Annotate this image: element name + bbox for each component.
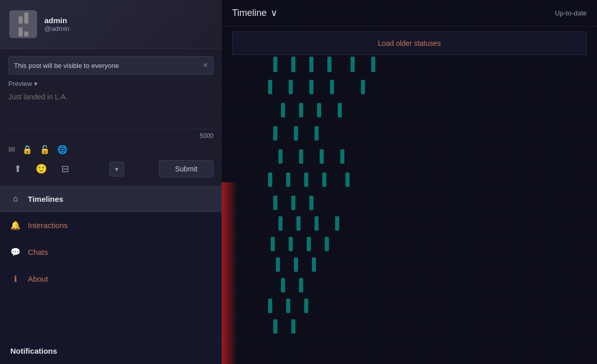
teal-block bbox=[281, 103, 285, 117]
teal-block bbox=[294, 126, 298, 141]
teal-block bbox=[286, 299, 290, 313]
lock-icon[interactable]: 🔒 bbox=[22, 145, 32, 154]
teal-block bbox=[294, 257, 298, 272]
teal-block bbox=[281, 278, 285, 292]
teal-block bbox=[320, 149, 324, 164]
avatar bbox=[9, 10, 37, 38]
interactions-icon: 🔔 bbox=[10, 220, 21, 230]
compose-input[interactable] bbox=[8, 93, 213, 124]
teal-block bbox=[286, 172, 290, 187]
visibility-text: This post will be visible to everyone bbox=[14, 62, 119, 70]
main-header: Timeline ∨ Up-to-date bbox=[222, 0, 597, 26]
teal-block bbox=[289, 80, 293, 94]
teal-block bbox=[338, 103, 342, 117]
teal-block bbox=[296, 216, 301, 231]
teal-block bbox=[325, 237, 329, 251]
timelines-icon: ⌂ bbox=[10, 194, 21, 203]
about-icon: ℹ bbox=[10, 274, 21, 284]
timeline-title-text: Timeline bbox=[232, 8, 267, 19]
visibility-selector[interactable]: This post will be visible to everyone × bbox=[8, 56, 213, 75]
nav-label-timelines: Timelines bbox=[28, 195, 63, 203]
compose-tools: ⬆ 🙂 ⊟ bbox=[8, 160, 74, 178]
chats-icon: 💬 bbox=[10, 247, 21, 257]
up-to-date-label: Up-to-date bbox=[555, 9, 587, 17]
privacy-dropdown[interactable]: ▾ bbox=[109, 162, 124, 177]
teal-block bbox=[299, 149, 303, 164]
teal-block bbox=[299, 103, 303, 117]
nav-menu: ⌂ Timelines 🔔 Interactions 💬 Chats ℹ Abo… bbox=[0, 186, 222, 338]
teal-block bbox=[271, 237, 275, 251]
teal-block bbox=[335, 216, 339, 231]
load-older-button[interactable]: Load older statuses bbox=[232, 31, 587, 55]
teal-block bbox=[314, 126, 319, 141]
nav-item-chats[interactable]: 💬 Chats bbox=[0, 239, 222, 266]
email-icon[interactable]: ✉ bbox=[8, 145, 15, 154]
teal-block bbox=[304, 299, 308, 313]
globe-icon[interactable]: 🌐 bbox=[57, 145, 68, 154]
profile-handle: @admin bbox=[44, 25, 70, 32]
unlock-icon[interactable]: 🔓 bbox=[40, 145, 50, 154]
teal-block bbox=[278, 149, 283, 164]
emoji-icon[interactable]: 🙂 bbox=[32, 160, 51, 178]
teal-block bbox=[371, 57, 375, 72]
profile-info: admin @admin bbox=[44, 16, 70, 32]
teal-block bbox=[309, 196, 313, 210]
teal-block bbox=[273, 319, 277, 334]
nav-label-about: About bbox=[28, 274, 48, 283]
teal-block bbox=[273, 57, 277, 72]
preview-label: Preview bbox=[8, 80, 32, 88]
teal-block bbox=[268, 172, 272, 187]
teal-block bbox=[299, 278, 303, 292]
preview-chevron-icon: ▾ bbox=[34, 80, 38, 88]
teal-block bbox=[278, 216, 283, 231]
nav-item-about[interactable]: ℹ About bbox=[0, 266, 222, 292]
compose-area: This post will be visible to everyone × … bbox=[0, 49, 222, 186]
teal-block bbox=[307, 237, 311, 251]
teal-block bbox=[289, 237, 293, 251]
teal-block bbox=[314, 216, 319, 231]
privacy-dropdown-arrow-icon: ▾ bbox=[115, 165, 119, 173]
nav-item-timelines[interactable]: ⌂ Timelines bbox=[0, 186, 222, 212]
timeline-chevron-icon: ∨ bbox=[271, 7, 277, 19]
teal-block bbox=[268, 299, 272, 313]
timeline-title: Timeline ∨ bbox=[232, 7, 277, 19]
left-glow bbox=[222, 182, 237, 365]
main-panel: Timeline ∨ Up-to-date Load older statuse… bbox=[222, 0, 597, 364]
teal-block bbox=[276, 257, 280, 272]
upload-icon[interactable]: ⬆ bbox=[8, 160, 27, 178]
teal-block bbox=[291, 196, 295, 210]
teal-block bbox=[309, 80, 313, 94]
notifications-bar: Notifications bbox=[0, 338, 222, 364]
teal-block bbox=[340, 149, 344, 164]
teal-block bbox=[312, 257, 316, 272]
teal-block bbox=[317, 103, 321, 117]
nav-label-interactions: Interactions bbox=[28, 221, 68, 230]
teal-block bbox=[304, 172, 308, 187]
compose-actions-row: ⬆ 🙂 ⊟ ▾ Submit bbox=[8, 160, 213, 178]
visibility-close-icon[interactable]: × bbox=[203, 61, 208, 70]
teal-block bbox=[268, 80, 272, 94]
char-count: 5000 bbox=[8, 129, 213, 140]
teal-block bbox=[273, 196, 277, 210]
teal-block bbox=[351, 57, 355, 72]
teal-block bbox=[327, 57, 331, 72]
preview-toggle[interactable]: Preview ▾ bbox=[8, 80, 213, 88]
teal-block bbox=[330, 80, 334, 94]
teal-block bbox=[322, 172, 326, 187]
teal-block bbox=[291, 319, 295, 334]
teal-block bbox=[291, 57, 295, 72]
nav-item-interactions[interactable]: 🔔 Interactions bbox=[0, 212, 222, 239]
nav-label-chats: Chats bbox=[28, 248, 48, 256]
teal-block bbox=[345, 172, 350, 187]
sidebar: admin @admin This post will be visible t… bbox=[0, 0, 222, 364]
bookmark-icon[interactable]: ⊟ bbox=[56, 160, 74, 178]
compose-icon-row: ✉ 🔒 🔓 🌐 bbox=[8, 145, 213, 154]
profile-card: admin @admin bbox=[0, 0, 222, 49]
teal-block bbox=[273, 126, 277, 141]
submit-button[interactable]: Submit bbox=[159, 160, 213, 178]
profile-name: admin bbox=[44, 16, 70, 25]
notifications-title: Notifications bbox=[10, 346, 57, 355]
teal-block bbox=[361, 80, 365, 94]
teal-block bbox=[309, 57, 313, 72]
